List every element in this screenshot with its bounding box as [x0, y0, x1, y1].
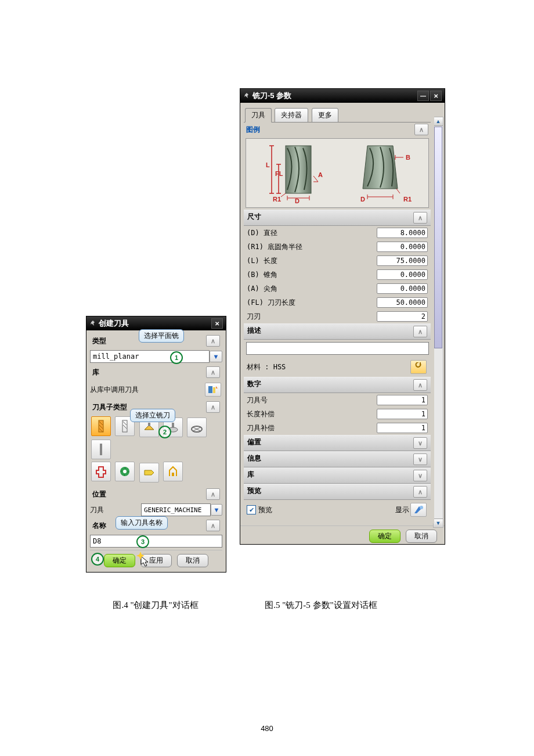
toolcomp-input[interactable]: [377, 423, 428, 433]
l-label: (L) 长度: [247, 256, 377, 266]
a-input[interactable]: [377, 283, 428, 294]
tool-diagram: L FL A R1 D B D R1: [246, 138, 429, 208]
section-subtype-label: 刀具子类型: [92, 402, 127, 412]
material-edit-icon[interactable]: [410, 360, 427, 374]
cancel-button[interactable]: 取消: [177, 554, 208, 567]
lencomp-input[interactable]: [377, 409, 428, 419]
callout-3: 输入刀具名称: [116, 516, 168, 530]
dialog-title: 创建刀具: [99, 318, 129, 329]
tool-type-5[interactable]: [187, 417, 207, 437]
svg-rect-21: [420, 362, 421, 366]
tool-type-6[interactable]: [91, 440, 111, 459]
tool-type-7[interactable]: [91, 462, 111, 481]
preview-header: 预览: [247, 486, 261, 498]
minimize-button[interactable]: —: [417, 91, 429, 101]
d-input[interactable]: [377, 228, 428, 238]
section-pos-label: 位置: [92, 489, 106, 499]
pos-dropdown[interactable]: ▼: [211, 504, 222, 516]
collapse-lib[interactable]: ∧: [206, 366, 220, 378]
tab-holder[interactable]: 夹持器: [275, 108, 308, 123]
collapse-legend[interactable]: ∧: [414, 124, 428, 135]
collapse-pos[interactable]: ∧: [206, 488, 220, 500]
b-label: (B) 锥角: [247, 270, 377, 280]
collapse-name[interactable]: ∧: [206, 520, 220, 531]
titlebar: 创建刀具 ✕: [86, 316, 226, 330]
collapse-type[interactable]: ∧: [206, 335, 220, 347]
scrollbar[interactable]: ▲ ▼: [433, 117, 443, 528]
type-select[interactable]: [90, 350, 210, 363]
name-input[interactable]: [90, 535, 222, 548]
svg-point-22: [420, 506, 423, 509]
cursor-icon: [140, 555, 150, 568]
section-name-label: 名称: [92, 521, 106, 531]
tab-tool[interactable]: 刀具: [245, 108, 272, 123]
svg-text:A: A: [318, 171, 323, 178]
desc-header: 描述: [247, 326, 261, 337]
toolno-label: 刀具号: [247, 395, 377, 405]
a-label: (A) 尖角: [247, 284, 377, 294]
svg-rect-8: [100, 444, 102, 455]
svg-rect-4: [148, 423, 150, 426]
create-tool-dialog: 创建刀具 ✕ 类型 ∧ 选择平面铣 ▼ 1 库 ∧ 从库中调用刀具: [86, 316, 226, 573]
scroll-down[interactable]: ▼: [434, 519, 443, 527]
tool-type-9[interactable]: [139, 463, 159, 483]
tool-type-endmill[interactable]: [91, 416, 111, 436]
svg-text:R1: R1: [403, 196, 412, 203]
close-button[interactable]: ✕: [430, 91, 442, 101]
pos-select[interactable]: [141, 503, 211, 516]
section-type-label: 类型: [92, 336, 106, 346]
legend-label: 图例: [246, 125, 260, 135]
expand-lib[interactable]: ∨: [413, 470, 427, 481]
collapse-size[interactable]: ∧: [413, 212, 427, 224]
tab-more[interactable]: 更多: [312, 108, 338, 123]
type-dropdown[interactable]: ▼: [210, 351, 222, 362]
expand-offset[interactable]: ∨: [413, 437, 427, 449]
lib-header: 库: [247, 470, 254, 481]
material-label: 材料 : HSS: [247, 362, 409, 372]
dialog-title: 铣刀-5 参数: [252, 91, 291, 101]
svg-text:D: D: [360, 196, 365, 203]
svg-rect-1: [213, 387, 215, 393]
svg-point-10: [123, 470, 127, 473]
close-button[interactable]: ✕: [211, 318, 223, 329]
size-header: 尺寸: [247, 212, 261, 224]
info-header: 信息: [247, 453, 261, 465]
svg-text:R1: R1: [273, 196, 281, 203]
svg-rect-5: [172, 423, 174, 427]
svg-text:L: L: [266, 161, 270, 168]
r1-input[interactable]: [377, 242, 428, 252]
collapse-desc[interactable]: ∧: [413, 326, 427, 337]
display-icon[interactable]: [410, 503, 427, 517]
lencomp-label: 长度补偿: [247, 409, 377, 419]
tool-params-dialog: 铣刀-5 参数 — ✕ ▲ ▼ 刀具 夹持器 更多 图例 ∧: [240, 88, 445, 545]
fl-input[interactable]: [377, 297, 428, 308]
ok-button[interactable]: 确定: [104, 554, 135, 567]
expand-info[interactable]: ∨: [413, 453, 427, 465]
marker-3: 3: [136, 535, 149, 548]
cancel-button[interactable]: 取消: [406, 530, 437, 543]
collapse-subtype[interactable]: ∧: [206, 401, 220, 413]
scroll-up[interactable]: ▲: [434, 117, 443, 126]
preview-checkbox[interactable]: ✔ 预览: [247, 505, 395, 515]
svg-rect-11: [172, 473, 174, 476]
pin-icon: [243, 92, 250, 99]
ok-button[interactable]: 确定: [369, 530, 400, 543]
lib-action-label: 从库中调用刀具: [90, 385, 204, 395]
toolno-input[interactable]: [377, 395, 428, 405]
scroll-thumb[interactable]: [434, 127, 442, 348]
retrieve-tool-icon[interactable]: [205, 383, 221, 397]
l-input[interactable]: [377, 255, 428, 266]
edges-input[interactable]: [377, 311, 428, 322]
edges-label: 刀刃: [247, 312, 377, 322]
b-input[interactable]: [377, 269, 428, 280]
collapse-preview[interactable]: ∧: [413, 486, 427, 498]
desc-input[interactable]: [246, 342, 429, 355]
display-label: 显示: [395, 505, 409, 515]
caption-right: 图.5 "铣刀-5 参数"设置对话框: [240, 600, 402, 611]
pin-icon: [89, 320, 96, 327]
svg-text:B: B: [406, 154, 410, 161]
svg-rect-0: [208, 386, 212, 393]
collapse-num[interactable]: ∧: [413, 379, 427, 391]
tool-type-10[interactable]: [163, 462, 183, 481]
tool-type-8[interactable]: [115, 462, 135, 481]
